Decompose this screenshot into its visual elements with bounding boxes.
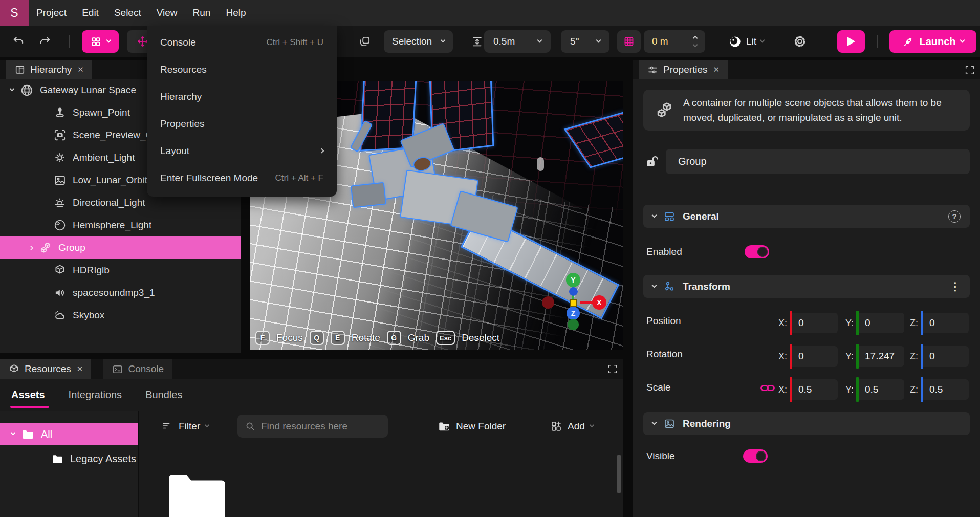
menu-project[interactable]: Project [29, 0, 74, 26]
scrollbar-thumb[interactable] [617, 455, 621, 493]
selection-mode-dropdown[interactable]: Selection [384, 30, 453, 53]
settings-button[interactable] [788, 30, 812, 53]
menu-item-resources[interactable]: Resources [147, 56, 337, 83]
tab-hierarchy-label: Hierarchy [30, 64, 72, 75]
rocket-icon [902, 35, 914, 48]
scale-x-field[interactable]: X: 0.5 [778, 377, 838, 402]
enabled-row: Enabled [643, 241, 970, 263]
close-icon[interactable]: ✕ [77, 364, 83, 374]
angle-snap-dropdown[interactable]: 5° [561, 30, 609, 53]
scale-z-value[interactable]: 0.5 [923, 379, 969, 400]
gizmo-x-handle[interactable]: X [592, 295, 606, 310]
menu-item-layout[interactable]: Layout [147, 137, 337, 164]
chevron-down-icon [205, 422, 210, 427]
position-y-field[interactable]: Y: 0 [845, 311, 904, 335]
tab-integrations[interactable]: Integrations [69, 389, 122, 401]
position-y-value[interactable]: 0 [859, 313, 904, 333]
help-icon[interactable]: ? [948, 210, 961, 223]
gizmo-y-handle[interactable]: Y [566, 273, 580, 287]
gizmo-neg-y-handle[interactable] [568, 319, 579, 330]
grid-toggle-button[interactable] [617, 30, 641, 53]
layout-tool-button[interactable] [82, 30, 119, 53]
tree-row-group[interactable]: Group [0, 236, 241, 259]
folder-row-legacy-assets[interactable]: Legacy Assets [0, 447, 138, 470]
menu-run[interactable]: Run [185, 0, 219, 26]
elevation-stepper[interactable]: 0 m [644, 30, 705, 53]
search-input[interactable] [261, 421, 374, 432]
scale-z-field[interactable]: Z: 0.5 [910, 377, 969, 402]
stepper-up-icon[interactable] [693, 36, 698, 41]
position-z-value[interactable]: 0 [923, 313, 969, 333]
gizmo-neg-z-handle[interactable] [569, 287, 578, 296]
redo-button[interactable] [35, 30, 55, 53]
filter-button[interactable]: Filter [161, 415, 209, 438]
scale-x-value[interactable]: 0.5 [792, 379, 838, 400]
tree-row-skybox[interactable]: Skybox [0, 304, 241, 327]
position-x-field[interactable]: X: 0 [778, 311, 838, 335]
close-icon[interactable]: ✕ [713, 65, 720, 74]
tab-resources[interactable]: Resources ✕ [0, 359, 91, 379]
unlock-icon[interactable] [646, 94, 660, 107]
menu-help[interactable]: Help [218, 0, 253, 26]
tab-console[interactable]: Console [103, 359, 172, 379]
launch-button[interactable]: Launch [889, 30, 976, 53]
position-x-value[interactable]: 0 [792, 313, 838, 333]
menu-item-properties[interactable]: Properties [147, 110, 337, 137]
section-general[interactable]: General ? [643, 205, 970, 228]
tab-properties[interactable]: Properties ✕ [639, 60, 728, 79]
gizmo-center-handle[interactable] [570, 299, 577, 307]
big-folder-icon [167, 472, 227, 517]
stepper-down-icon[interactable] [693, 42, 698, 48]
shading-mode-dropdown[interactable]: Lit [721, 30, 772, 53]
tree-row-hemisphere-light[interactable]: Hemisphere_Light [0, 214, 241, 236]
unlock-icon[interactable] [644, 155, 659, 169]
menu-select[interactable]: Select [106, 0, 149, 26]
menu-item-hierarchy[interactable]: Hierarchy [147, 83, 337, 110]
menu-edit[interactable]: Edit [74, 0, 106, 26]
visible-toggle[interactable] [743, 449, 768, 463]
menu-view[interactable]: View [149, 0, 185, 26]
rotation-z-value[interactable]: 0 [923, 346, 969, 367]
gizmo-z-handle[interactable]: Z [567, 307, 580, 320]
grid-size-dropdown[interactable]: 0.5m [484, 30, 551, 53]
elevation-value: 0 m [652, 36, 668, 47]
tree-row-spacesound[interactable]: spacesoundmp3_1 [0, 282, 241, 304]
position-z-field[interactable]: Z: 0 [910, 311, 969, 335]
properties-expand-icon[interactable] [964, 64, 975, 76]
new-folder-button[interactable]: New Folder [438, 415, 506, 438]
enabled-toggle[interactable] [745, 245, 769, 258]
resources-expand-icon[interactable] [607, 363, 618, 375]
scale-link-icon[interactable] [760, 383, 775, 393]
folder-item[interactable] [167, 472, 227, 517]
local-global-toggle-button[interactable] [353, 30, 377, 53]
gizmo-neg-x-handle[interactable] [542, 296, 554, 309]
close-icon[interactable]: ✕ [77, 65, 84, 74]
rotation-y-value[interactable]: 17.247 [859, 346, 904, 367]
add-button[interactable]: Add [550, 415, 594, 438]
folder-row-all[interactable]: All [0, 423, 138, 445]
rotation-z-field[interactable]: Z: 0 [910, 344, 969, 369]
section-rendering[interactable]: Rendering [643, 412, 970, 435]
menu-item-console[interactable]: Console Ctrl + Shift + U [147, 29, 337, 56]
scale-y-field[interactable]: Y: 0.5 [845, 377, 904, 402]
menu-item-fullscreen[interactable]: Enter Fullscreen Mode Ctrl + Alt + F [147, 164, 337, 191]
app-logo[interactable]: S [0, 0, 29, 26]
tree-row-hdriglb[interactable]: HDRIglb [0, 259, 241, 282]
rotation-x-field[interactable]: X: 0 [778, 344, 838, 369]
play-button[interactable] [837, 30, 865, 53]
tab-bundles[interactable]: Bundles [145, 389, 182, 401]
scale-y-value[interactable]: 0.5 [859, 379, 904, 400]
section-transform[interactable]: Transform ⋮ [643, 275, 970, 298]
bottom-tab-strip: Resources ✕ Console [0, 359, 623, 379]
enabled-label: Enabled [646, 246, 682, 257]
undo-button[interactable] [8, 30, 29, 53]
section-transform-label: Transform [683, 281, 730, 292]
tab-hierarchy[interactable]: Hierarchy ✕ [6, 60, 92, 79]
tab-assets[interactable]: Assets [11, 389, 45, 401]
resource-search[interactable] [237, 415, 388, 438]
rotation-y-field[interactable]: Y: 17.247 [845, 344, 904, 369]
rotation-x-value[interactable]: 0 [792, 346, 838, 367]
object-name-input[interactable]: Group [666, 149, 970, 174]
section-general-label: General [683, 211, 719, 222]
kebab-menu-icon[interactable]: ⋮ [950, 281, 961, 293]
